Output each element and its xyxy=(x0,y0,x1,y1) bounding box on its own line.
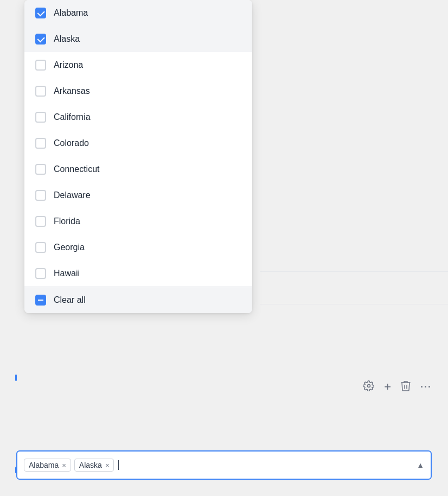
item-label-connecticut: Connecticut xyxy=(54,164,100,174)
tag-remove-alaska[interactable]: × xyxy=(105,462,110,469)
list-item[interactable]: California xyxy=(24,104,252,130)
checkbox-delaware[interactable] xyxy=(35,190,46,201)
checkbox-alabama[interactable] xyxy=(35,8,46,18)
more-icon[interactable]: ··· xyxy=(420,381,432,393)
checkbox-alaska[interactable] xyxy=(35,34,46,44)
left-accent-top xyxy=(15,374,17,381)
page-container: Alabama Alaska Arizona Arkansas Californ… xyxy=(0,0,448,496)
tag-remove-alabama[interactable]: × xyxy=(62,462,66,469)
item-label-alaska: Alaska xyxy=(54,34,80,44)
checkbox-hawaii[interactable] xyxy=(35,268,46,279)
plus-icon[interactable]: + xyxy=(384,380,391,394)
bg-line-top xyxy=(260,271,448,272)
item-label-georgia: Georgia xyxy=(54,243,85,252)
checkbox-georgia[interactable] xyxy=(35,242,46,253)
list-item[interactable]: Alabama xyxy=(24,0,252,26)
tag-label-alabama: Alabama xyxy=(29,461,59,469)
chevron-up-icon[interactable]: ▲ xyxy=(417,461,424,469)
list-item[interactable]: Alaska xyxy=(24,26,252,52)
checkbox-arkansas[interactable] xyxy=(35,86,46,97)
item-label-delaware: Delaware xyxy=(54,190,91,200)
multi-select-container[interactable]: Alabama × Alaska × ▲ xyxy=(16,450,432,480)
checkbox-colorado[interactable] xyxy=(35,138,46,149)
toolbar: + ··· xyxy=(363,380,432,394)
item-label-arizona: Arizona xyxy=(54,60,83,70)
list-item[interactable]: Delaware xyxy=(24,182,252,208)
clear-all-item[interactable]: Clear all xyxy=(24,287,252,313)
list-item[interactable]: Hawaii xyxy=(24,260,252,287)
tag-alaska[interactable]: Alaska × xyxy=(74,459,114,472)
item-label-alabama: Alabama xyxy=(54,8,88,18)
item-label-florida: Florida xyxy=(54,217,80,226)
item-label-colorado: Colorado xyxy=(54,138,89,148)
item-label-california: California xyxy=(54,112,91,122)
gear-icon[interactable] xyxy=(363,380,374,394)
text-cursor xyxy=(118,460,119,470)
tag-alabama[interactable]: Alabama × xyxy=(24,459,71,472)
list-item[interactable]: Arizona xyxy=(24,52,252,78)
trash-icon[interactable] xyxy=(401,380,411,394)
list-item[interactable]: Florida xyxy=(24,208,252,234)
list-item[interactable]: Georgia xyxy=(24,234,252,260)
item-label-arkansas: Arkansas xyxy=(54,86,90,96)
bg-line-bottom xyxy=(260,304,448,304)
checkbox-connecticut[interactable] xyxy=(35,164,46,175)
list-item[interactable]: Arkansas xyxy=(24,78,252,104)
item-label-hawaii: Hawaii xyxy=(54,269,80,278)
checkbox-arizona[interactable] xyxy=(35,60,46,71)
list-item[interactable]: Colorado xyxy=(24,130,252,156)
state-dropdown: Alabama Alaska Arizona Arkansas Californ… xyxy=(24,0,252,313)
checkbox-clear-all[interactable] xyxy=(35,295,46,306)
checkbox-california[interactable] xyxy=(35,112,46,123)
checkbox-florida[interactable] xyxy=(35,216,46,227)
clear-all-label: Clear all xyxy=(54,295,86,305)
tag-label-alaska: Alaska xyxy=(79,461,102,469)
list-item[interactable]: Connecticut xyxy=(24,156,252,182)
